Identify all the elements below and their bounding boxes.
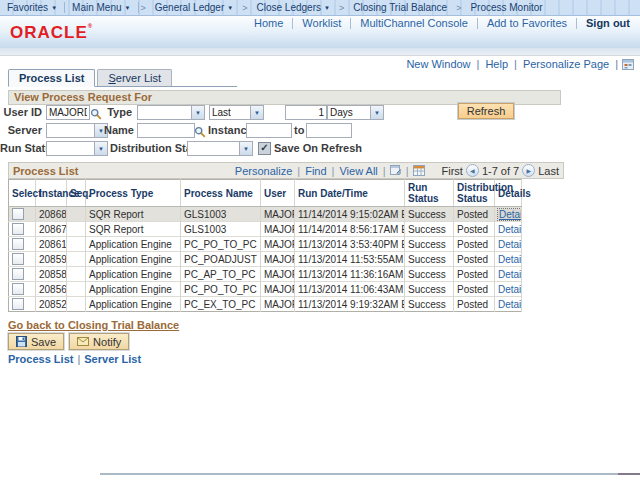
chevron-down-icon: ▼	[227, 5, 233, 11]
user-id-search-icon[interactable]	[90, 106, 102, 118]
row-select-checkbox[interactable]	[12, 253, 24, 265]
previous-page-icon[interactable]: ◀	[466, 164, 479, 177]
seq-cell	[67, 207, 86, 222]
unit-dropdown[interactable]: Days ▼	[327, 105, 384, 120]
server-dropdown[interactable]: ▼	[46, 123, 108, 138]
process-name-cell: PC_EX_TO_PC	[181, 297, 261, 312]
instance-to-field[interactable]	[306, 123, 352, 138]
sign-out-link[interactable]: Sign out	[577, 17, 632, 29]
details-link[interactable]: Details	[498, 209, 522, 220]
multichannel-console-link[interactable]: MultiChannel Console	[351, 17, 477, 29]
distribution-status-cell: Posted	[454, 267, 495, 282]
process-name-cell: PC_PO_TO_PC	[181, 282, 261, 297]
chevron-down-icon: ▼	[250, 106, 263, 119]
instance-cell: 20859	[36, 252, 67, 267]
process-type-cell: Application Engine	[86, 297, 181, 312]
find-link[interactable]: Find	[301, 165, 330, 177]
tab-process-list[interactable]: Process List	[8, 69, 95, 87]
distribution-status-cell: Posted	[454, 207, 495, 222]
tab-server-list[interactable]: Server List	[97, 69, 172, 86]
user-id-field[interactable]	[46, 105, 90, 120]
zoom-grid-icon[interactable]	[387, 165, 405, 176]
breadcrumb-general-ledger[interactable]: General Ledger ▼	[148, 2, 240, 13]
days-count-field[interactable]	[285, 105, 327, 120]
home-link[interactable]: Home	[245, 17, 292, 29]
save-on-refresh-checkbox[interactable]: ✓	[258, 142, 271, 155]
add-to-favorites-link[interactable]: Add to Favorites	[478, 17, 576, 29]
name-field[interactable]	[137, 123, 195, 138]
breadcrumb-label: Closing Trial Balance	[353, 2, 447, 13]
breadcrumb-close-ledgers[interactable]: Close Ledgers ▼	[249, 2, 336, 13]
breadcrumb-closing-trial-balance[interactable]: Closing Trial Balance	[346, 2, 454, 13]
breadcrumb-favorites[interactable]: Favorites ▼	[0, 2, 64, 13]
column-header: Distribution Status	[454, 180, 495, 207]
column-header: Process Name	[181, 180, 261, 207]
next-page-icon[interactable]: ▶	[522, 164, 535, 177]
chevron-down-icon: ▼	[324, 5, 330, 11]
run-status-label: Run Status	[0, 141, 42, 156]
pagination-first-label[interactable]: First	[442, 165, 463, 177]
row-select-checkbox[interactable]	[12, 283, 24, 295]
save-button[interactable]: Save	[8, 333, 64, 350]
details-link[interactable]: Details	[498, 224, 522, 235]
registered-mark: ®	[88, 23, 93, 29]
details-link[interactable]: Details	[498, 284, 522, 295]
server-list-link[interactable]: Server List	[84, 353, 141, 365]
details-link[interactable]: Details	[498, 269, 522, 280]
process-type-cell: Application Engine	[86, 282, 181, 297]
breadcrumb-process-monitor: Process Monitor	[463, 2, 549, 13]
go-back-link[interactable]: Go back to Closing Trial Balance	[8, 319, 179, 331]
worklist-link[interactable]: Worklist	[293, 17, 350, 29]
row-select-checkbox[interactable]	[12, 238, 24, 250]
row-select-checkbox[interactable]	[12, 298, 24, 310]
new-window-link[interactable]: New Window	[401, 58, 475, 70]
row-select-checkbox[interactable]	[12, 208, 24, 220]
distribution-status-cell: Posted	[454, 297, 495, 312]
run-datetime-cell: 11/14/2014 8:56:17AM EST	[295, 222, 405, 237]
details-link[interactable]: Details	[498, 239, 522, 250]
chevron-down-icon: ▼	[94, 142, 107, 155]
run-status-cell: Success	[405, 207, 454, 222]
run-status-dropdown[interactable]: ▼	[46, 141, 108, 156]
instance-cell: 20867	[36, 222, 67, 237]
table-header-row: Select Instance Seq. Process Type Proces…	[9, 180, 522, 207]
personalize-link[interactable]: Personalize	[231, 165, 296, 177]
breadcrumb-main-menu[interactable]: Main Menu ▼	[65, 2, 137, 13]
timespan-dropdown[interactable]: Last ▼	[209, 105, 264, 120]
utility-links: Home Worklist MultiChannel Console Add t…	[245, 17, 632, 29]
oracle-logo: ORACLE®	[10, 23, 93, 43]
download-icon[interactable]	[410, 165, 428, 176]
process-list-table: Select Instance Seq. Process Type Proces…	[8, 179, 522, 312]
instance-field[interactable]	[246, 123, 292, 138]
pagination-last-label[interactable]: Last	[538, 165, 559, 177]
view-all-link[interactable]: View All	[335, 165, 381, 177]
seq-cell	[67, 237, 86, 252]
personalize-page-link[interactable]: Personalize Page	[518, 58, 614, 70]
details-link[interactable]: Details	[498, 299, 522, 310]
help-link[interactable]: Help	[480, 58, 513, 70]
row-select-checkbox[interactable]	[12, 223, 24, 235]
chevron-down-icon: ▼	[125, 5, 131, 11]
page-bar: New Window | Help | Personalize Page |	[401, 58, 634, 70]
instance-cell: 20868	[36, 207, 67, 222]
process-list-link[interactable]: Process List	[8, 353, 73, 365]
distribution-status-dropdown[interactable]: ▼	[187, 141, 253, 156]
run-status-cell: Success	[405, 267, 454, 282]
details-link[interactable]: Details	[498, 254, 522, 265]
table-row: 20858 Application Engine PC_AP_TO_PC MAJ…	[9, 267, 522, 282]
user-id-label: User ID	[0, 105, 42, 120]
instance-cell: 20856	[36, 282, 67, 297]
breadcrumb-separator-icon: >	[337, 3, 346, 13]
type-dropdown[interactable]: ▼	[137, 105, 205, 120]
name-search-icon[interactable]	[194, 124, 206, 136]
refresh-button[interactable]: Refresh	[458, 103, 514, 119]
process-type-cell: SQR Report	[86, 222, 181, 237]
process-type-cell: Application Engine	[86, 267, 181, 282]
table-row: 20859 Application Engine PC_POADJUST MAJ…	[9, 252, 522, 267]
table-row: 20868 SQR Report GLS1003 MAJORD 11/14/20…	[9, 207, 522, 222]
row-select-checkbox[interactable]	[12, 268, 24, 280]
chevron-down-icon: ▼	[239, 142, 252, 155]
to-label: to	[294, 123, 304, 138]
notify-button[interactable]: Notify	[69, 333, 129, 350]
copy-url-icon[interactable]	[619, 59, 634, 70]
